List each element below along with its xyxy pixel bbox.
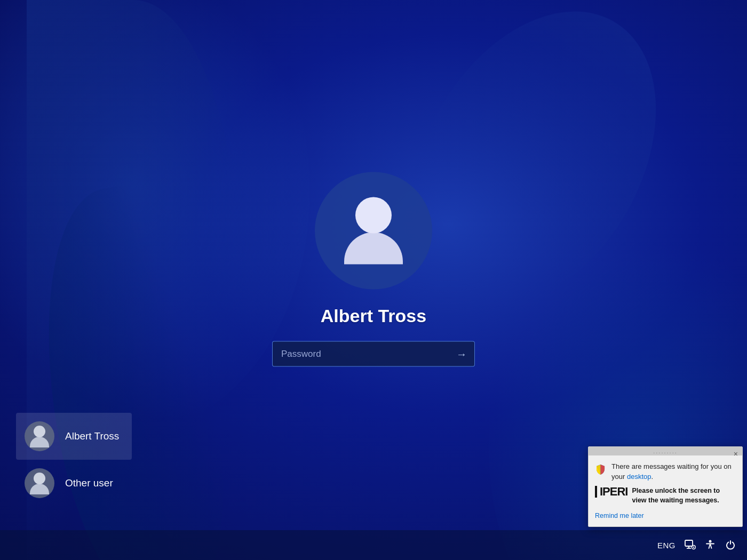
desktop-link[interactable]: desktop <box>627 473 651 481</box>
notification-dots: ......... <box>589 447 742 455</box>
user-item-other[interactable]: Other user <box>16 460 132 507</box>
remind-later-link[interactable]: Remind me later <box>595 512 644 519</box>
notification-popup: ......... × There are messages waiting f… <box>588 446 743 527</box>
accessibility-icon[interactable] <box>704 539 716 551</box>
notification-body: There are messages waiting for you on yo… <box>589 455 742 483</box>
notification-remind: Remind me later <box>589 510 742 526</box>
user-item-albert[interactable]: Albert Tross <box>16 413 132 460</box>
password-input[interactable] <box>273 342 449 366</box>
notification-brand-row: IPERI Please unlock the screen to view t… <box>589 484 742 510</box>
password-field-wrapper: → <box>272 341 475 367</box>
power-icon[interactable] <box>725 539 736 551</box>
svg-point-4 <box>693 547 694 548</box>
user-avatar-other <box>25 468 54 498</box>
user-list: Albert Tross Other user <box>16 413 132 507</box>
language-indicator: ENG <box>657 541 676 550</box>
user-name-other: Other user <box>65 477 113 489</box>
brand-message: Please unlock the screen to view the wai… <box>632 486 735 505</box>
username-label: Albert Tross <box>321 306 426 326</box>
svg-point-5 <box>709 540 712 543</box>
login-panel: Albert Tross → <box>272 172 475 367</box>
avatar-body <box>344 233 403 265</box>
avatar <box>315 172 432 290</box>
avatar-icon <box>344 197 403 265</box>
user-head-other <box>34 473 45 484</box>
taskbar: ENG <box>0 530 747 560</box>
network-icon[interactable] <box>684 540 696 550</box>
notification-message: There are messages waiting for you on yo… <box>611 462 735 481</box>
svg-rect-0 <box>685 540 693 546</box>
user-name-albert: Albert Tross <box>65 430 119 442</box>
avatar-head <box>355 197 392 234</box>
user-head-albert <box>34 426 45 437</box>
user-body-other <box>30 484 49 494</box>
user-body-albert <box>30 437 49 447</box>
user-avatar-albert <box>25 421 54 451</box>
svg-line-8 <box>710 544 712 549</box>
shield-icon <box>595 462 606 477</box>
notification-close-button[interactable]: × <box>734 450 738 458</box>
brand-logo: IPERI <box>595 486 627 498</box>
submit-button[interactable]: → <box>449 342 474 365</box>
